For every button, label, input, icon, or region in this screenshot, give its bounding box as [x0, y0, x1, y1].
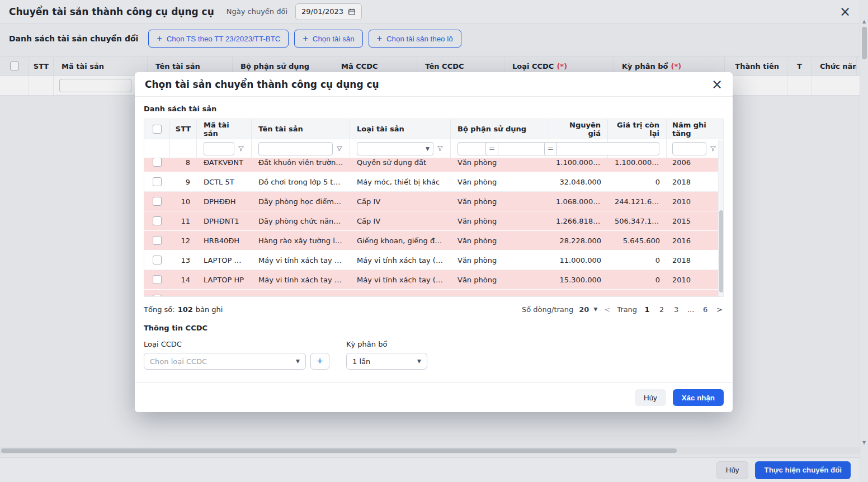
asset-code-filter-input[interactable]	[204, 142, 234, 155]
page-button[interactable]: 6	[701, 305, 710, 314]
cell-asset-name: Dãy phòng chức năng, quả...	[252, 217, 350, 225]
equals-operator[interactable]: =	[485, 142, 498, 155]
cell-remaining-value: 0	[608, 178, 667, 186]
column-header-year-recorded: Năm ghi tăng	[667, 119, 723, 139]
prev-page-button[interactable]: <	[603, 305, 611, 314]
allocation-period-select[interactable]: 1 lần ▼	[346, 353, 427, 370]
ccdc-section-title: Thông tin CCDC	[144, 324, 724, 332]
row-checkbox[interactable]	[153, 236, 162, 245]
equals-operator[interactable]: =	[544, 142, 556, 155]
cell-asset-type: Quyền sử dụng đất	[350, 158, 451, 167]
modal-table-header: STT Mã tài sản Tên tài sản Loại tài sản …	[144, 119, 723, 139]
row-checkbox-cell	[144, 295, 170, 296]
asset-type-filter-select[interactable]: ▼	[357, 142, 433, 155]
cell-asset-code: DPHĐNT1	[197, 217, 252, 225]
modal-filter-row: ▼ ▼ = =	[144, 139, 723, 158]
row-checkbox[interactable]	[153, 177, 162, 186]
cell-department: Văn phòng	[451, 276, 549, 284]
table-row[interactable]: 14 LAPTOP HP Máy vi tính xách tay HP Máy…	[144, 270, 723, 290]
modal-table-body: 8 ĐATKVĐNT Đất khuôn viên trường điể... …	[144, 158, 723, 296]
filter-cell	[667, 139, 723, 158]
column-header-asset-type: Loại tài sản	[350, 119, 451, 139]
modal-confirm-button[interactable]: Xác nhận	[673, 389, 724, 406]
modal-header: Chọn tài sản chuyển thành công cụ dụng c…	[135, 72, 733, 97]
page-button[interactable]: 2	[657, 305, 666, 314]
chevron-down-icon: ▼	[296, 358, 300, 364]
filter-funnel-icon[interactable]	[336, 145, 343, 152]
column-header-original-cost: Nguyên giá	[549, 119, 608, 139]
table-row[interactable]: 11 DPHĐNT1 Dãy phòng chức năng, quả... C…	[144, 211, 723, 231]
table-row[interactable]: 13 LAPTOP DEL... Máy vi tính xách tay De…	[144, 251, 723, 270]
ccdc-type-label: Loại CCDC	[144, 340, 329, 348]
cell-original-cost: 32.048.000	[549, 178, 608, 186]
row-checkbox[interactable]	[153, 216, 162, 225]
modal-table: STT Mã tài sản Tên tài sản Loại tài sản …	[144, 119, 724, 297]
column-header-department: Bộ phận sử dụng	[451, 119, 549, 139]
modal-list-title: Danh sách tài sản	[144, 105, 724, 113]
table-row[interactable]: 10 DPHĐĐH Dãy phòng học điểm Đông ... Cấ…	[144, 192, 723, 211]
remaining-value-filter-input[interactable]	[556, 142, 659, 155]
cell-original-cost: 1.100.000.00...	[549, 158, 608, 167]
year-filter-input[interactable]	[672, 142, 706, 155]
row-checkbox-cell	[144, 177, 170, 186]
cell-asset-type: Cấp IV	[350, 217, 451, 225]
cell-remaining-value: 1.100.000.00...	[608, 158, 667, 167]
modal-close-icon[interactable]: ×	[711, 78, 723, 91]
total-value: 102	[178, 305, 193, 314]
cell-stt: 10	[170, 197, 197, 206]
cell-asset-name: Dãy phòng học điểm Đông ...	[252, 197, 350, 206]
cell-original-cost: 1.068.000.00...	[549, 197, 608, 206]
cell-asset-code: ĐATKVĐNT	[197, 158, 252, 167]
filter-funnel-icon[interactable]	[437, 145, 444, 152]
cell-stt: 13	[170, 256, 197, 264]
asset-name-filter-input[interactable]	[258, 142, 333, 155]
row-checkbox[interactable]	[153, 256, 162, 264]
filter-funnel-icon[interactable]	[238, 145, 244, 152]
cell-remaining-value: 0	[608, 276, 667, 284]
row-checkbox[interactable]	[153, 158, 162, 167]
table-row[interactable]: 9 ĐCTL 5T Đồ chơi trong lớp 5 tuổi Máy m…	[144, 172, 723, 192]
table-row[interactable]: 12 HRB40ĐH Hàng rào xây tường lưới B4...…	[144, 231, 723, 251]
cell-asset-name: Đất khuôn viên trường điể...	[252, 158, 350, 167]
row-checkbox[interactable]	[153, 197, 162, 206]
allocation-period-field: Kỳ phân bổ 1 lần ▼	[346, 340, 427, 370]
add-ccdc-type-button[interactable]: +	[310, 353, 329, 370]
total-unit: bản ghi	[196, 305, 223, 314]
pagination-bar: Tổng số: 102 bản ghi Số dòng/trang 20 ▼ …	[144, 297, 724, 322]
cell-year-recorded: 2015	[667, 217, 723, 225]
rows-per-page-select[interactable]: 20 ▼	[579, 305, 597, 314]
cell-department: Văn phòng	[451, 197, 549, 206]
cell-asset-name: Máy vi tính xách tay Dell	[252, 256, 350, 264]
modal-table-scrollbar-thumb[interactable]	[719, 210, 723, 292]
total-label: Tổng số:	[144, 305, 175, 314]
cell-year-recorded: 2010	[667, 276, 723, 284]
cell-year-recorded: 2016	[667, 237, 723, 245]
modal-cancel-button[interactable]: Hủy	[635, 389, 666, 406]
row-checkbox[interactable]	[153, 295, 162, 296]
filter-funnel-icon[interactable]	[710, 145, 716, 152]
filter-cell	[144, 139, 170, 158]
cell-asset-type: Cấp IV	[350, 197, 451, 206]
ccdc-type-select[interactable]: Chọn loại CCDC ▼	[144, 353, 306, 370]
page-button[interactable]: 3	[672, 305, 681, 314]
cell-remaining-value: 506.347.151	[608, 217, 667, 225]
cell-asset-type: Máy vi tính xách tay (hoặc t...	[350, 276, 451, 284]
row-checkbox-cell	[144, 256, 170, 264]
cell-asset-code: ĐCTL 5T	[197, 178, 252, 186]
cell-asset-name: Hàng rào xây tường lưới B4...	[252, 237, 350, 245]
row-checkbox[interactable]	[153, 275, 162, 284]
cell-stt: 14	[170, 276, 197, 284]
cell-remaining-value: 0	[608, 256, 667, 264]
modal-table-scrollbar[interactable]	[718, 140, 723, 296]
table-row[interactable]: 8 ĐATKVĐNT Đất khuôn viên trường điể... …	[144, 158, 723, 172]
row-checkbox-cell	[144, 197, 170, 206]
modal-footer: Hủy Xác nhận	[135, 382, 733, 412]
cell-remaining-value: 244.121.600	[608, 197, 667, 206]
page-button[interactable]: 1	[643, 305, 652, 314]
allocation-period-label: Kỳ phân bổ	[346, 340, 427, 348]
cell-asset-code: DPHĐĐH	[197, 197, 252, 206]
select-all-checkbox[interactable]	[153, 125, 162, 134]
table-row[interactable]	[144, 290, 723, 296]
next-page-button[interactable]: >	[715, 305, 724, 314]
cell-asset-code: HRB40ĐH	[197, 237, 252, 245]
